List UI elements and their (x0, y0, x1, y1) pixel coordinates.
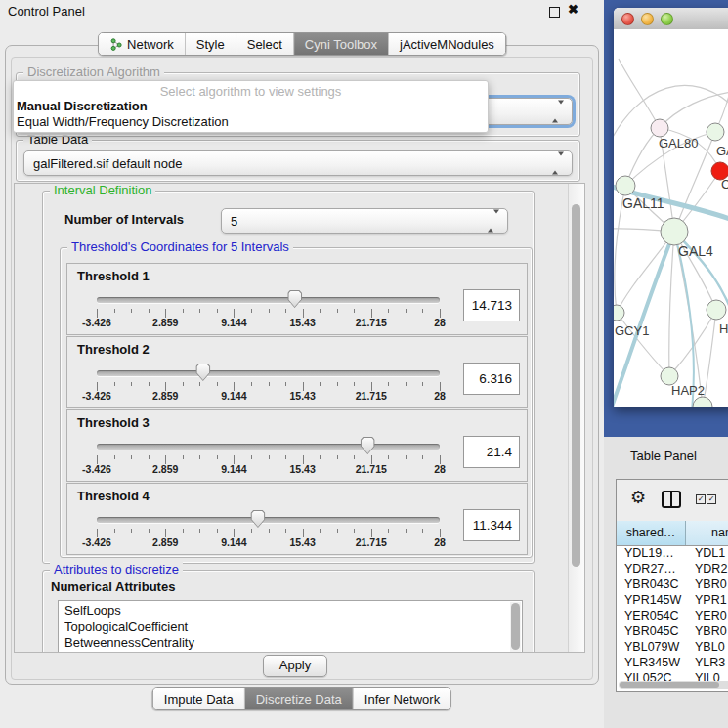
tick-mark (285, 529, 286, 533)
tick-mark (131, 455, 132, 459)
close-icon[interactable]: ✖ (568, 2, 578, 17)
tick-mark (114, 529, 115, 533)
network-node-green[interactable] (616, 176, 635, 195)
network-node-green[interactable] (614, 305, 624, 321)
scale-label: 9.144 (221, 463, 246, 475)
tab-label: Style (196, 37, 225, 52)
table-row[interactable]: YER054CYER0 (617, 608, 728, 623)
network-canvas[interactable]: GAL80GACGAL11GAL4GCY1HHAP2 (614, 29, 728, 407)
tab-select[interactable]: Select (236, 33, 294, 55)
dropdown-option-equal-width-frequency[interactable]: Equal Width/Frequency Discretization (17, 114, 229, 129)
network-node-pink[interactable] (651, 119, 668, 137)
slider-handle[interactable] (287, 290, 302, 308)
list-item[interactable]: SelfLoops (59, 603, 522, 620)
tick-mark (269, 455, 270, 459)
scale-label: 28 (434, 317, 446, 328)
threshold-value-field[interactable]: 6.316 (463, 363, 520, 395)
network-edge[interactable] (617, 232, 674, 313)
tick-mark (114, 455, 115, 459)
network-edge[interactable] (660, 92, 728, 128)
list-item[interactable]: BetweennessCentrality (59, 635, 522, 652)
column-header-name[interactable]: name (686, 521, 728, 545)
table-row[interactable]: YPR145WYPR1 (617, 592, 728, 608)
tick-mark (131, 382, 132, 386)
slider-track[interactable] (97, 297, 440, 303)
scrollbar-thumb[interactable] (511, 603, 520, 650)
tab-cyni-toolbox[interactable]: Cyni Toolbox (294, 33, 389, 55)
threshold-value-field[interactable]: 14.713 (463, 289, 520, 321)
threshold-value-field[interactable]: 11.344 (463, 509, 520, 541)
table-row[interactable]: YDR27…YDR2 (617, 561, 728, 577)
tab-jactivemnodules[interactable]: jActiveMNodules (389, 33, 505, 55)
cell-name: YDR2 (695, 561, 727, 577)
chevron-updown-icon (488, 214, 499, 229)
network-node-green[interactable] (707, 123, 724, 141)
slider-track[interactable] (97, 517, 440, 523)
dropdown-option-manual-discretization[interactable]: Manual Discretization (17, 99, 148, 113)
node-label: GAL80 (659, 136, 698, 150)
list-scrollbar[interactable] (510, 602, 521, 653)
threshold-slider[interactable]: -3.4262.8599.14415.4321.71528 (97, 484, 440, 554)
tick-mark (388, 382, 389, 386)
tab-impute-data[interactable]: Impute Data (153, 688, 245, 709)
network-node-green[interactable] (693, 397, 712, 407)
numerical-attributes-list[interactable]: SelfLoopsTopologicalCoefficientBetweenne… (58, 600, 523, 653)
scrollbar-thumb[interactable] (620, 682, 719, 688)
tick-mark (251, 382, 252, 386)
tab-network[interactable]: Network (99, 33, 186, 55)
columns-icon[interactable] (662, 491, 681, 508)
scrollbar-thumb[interactable] (572, 204, 580, 567)
slider-track[interactable] (97, 444, 440, 450)
checkbox-icon[interactable]: ✓ (696, 494, 706, 504)
group-title: Threshold's Coordinates for 5 Intervals (67, 239, 293, 254)
network-edge[interactable] (703, 310, 716, 407)
scale-label: 9.144 (221, 390, 246, 402)
table-data-combobox[interactable]: galFiltered.sif default node (23, 150, 573, 176)
tick-mark (114, 309, 115, 313)
threshold-value-field[interactable]: 21.4 (463, 436, 520, 468)
threshold-box: Threshold 4-3.4262.8599.14415.4321.71528… (66, 483, 528, 555)
zoom-traffic-light-icon[interactable] (661, 13, 673, 25)
close-traffic-light-icon[interactable] (621, 13, 634, 25)
slider-handle[interactable] (361, 437, 375, 454)
list-item[interactable]: TopologicalCoefficient (59, 620, 522, 636)
tab-discretize-data[interactable]: Discretize Data (245, 688, 354, 709)
settings-scrollbar[interactable] (568, 184, 584, 652)
checkbox-icon[interactable]: ✓ (707, 494, 716, 504)
network-node-green[interactable] (707, 300, 726, 320)
table-body: YDL19…YDL1YDR27…YDR2YBR043CYBR0YPR145WYP… (617, 545, 728, 682)
cell-shared-name: YDL19… (624, 545, 674, 561)
tick-mark (406, 455, 407, 459)
tab-infer-network[interactable]: Infer Network (354, 688, 450, 709)
threshold-slider[interactable]: -3.4262.8599.14415.4321.71528 (97, 410, 440, 481)
chevron-updown-icon (552, 156, 564, 171)
table-row[interactable]: YBR043CYBR0 (617, 577, 728, 592)
tick-mark (320, 382, 321, 386)
table-row[interactable]: YBR045CYBR0 (617, 623, 728, 639)
table-row[interactable]: YBL079WYBL0 (617, 639, 728, 655)
minimize-traffic-light-icon[interactable] (641, 13, 654, 25)
float-icon[interactable] (549, 7, 560, 18)
network-window-titlebar[interactable] (614, 8, 728, 30)
tick-mark (251, 529, 252, 533)
column-header-shared-name[interactable]: shared… (617, 521, 686, 545)
network-edge[interactable] (669, 232, 674, 376)
slider-handle[interactable] (250, 510, 265, 528)
tick-mark (199, 455, 200, 459)
slider-handle[interactable] (195, 364, 210, 381)
table-row[interactable]: YLR345WYLR3 (617, 655, 728, 670)
number-of-intervals-combobox[interactable]: 5 (221, 208, 508, 234)
tick-mark (217, 529, 218, 533)
tab-style[interactable]: Style (186, 33, 236, 55)
slider-track[interactable] (97, 370, 440, 376)
threshold-slider[interactable]: -3.4262.8599.14415.4321.71528 (97, 264, 440, 334)
table-row[interactable]: YDL19…YDL1 (617, 545, 728, 561)
apply-button[interactable]: Apply (263, 655, 327, 677)
network-node-green[interactable] (661, 218, 688, 245)
scale-label: 28 (434, 536, 446, 548)
table-hscrollbar[interactable] (619, 681, 728, 689)
control-panel: Control Panel ✖ NetworkStyleSelectCyni T… (0, 0, 604, 728)
tick-mark (149, 382, 150, 386)
threshold-slider[interactable]: -3.4262.8599.14415.4321.71528 (97, 337, 440, 407)
gear-icon[interactable]: ⚙ (630, 487, 646, 508)
